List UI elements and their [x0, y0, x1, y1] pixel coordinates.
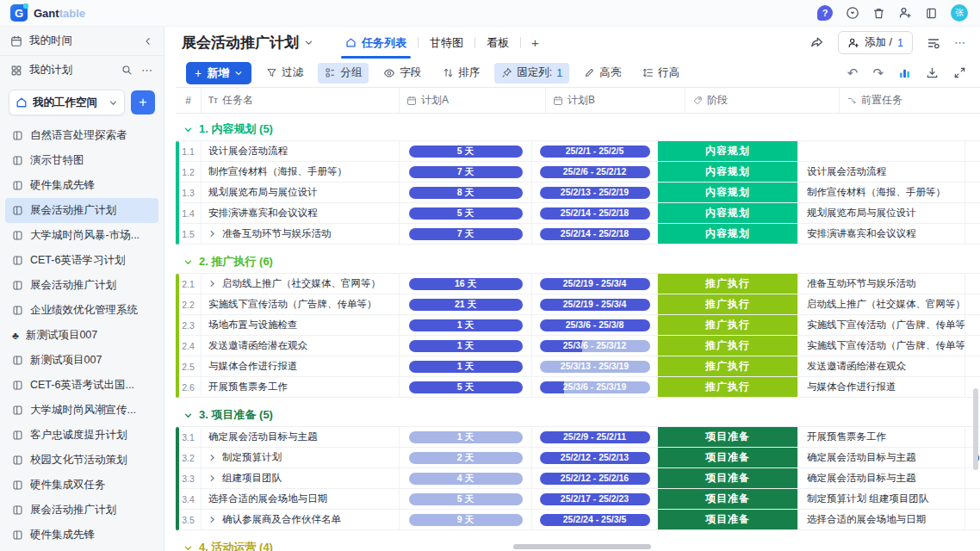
stage-cell[interactable]: 推广执行: [658, 294, 798, 314]
plan-cell[interactable]: 16 天: [400, 274, 532, 294]
duration-pill[interactable]: 25/2/14 - 25/2/18: [540, 207, 650, 220]
expand-icon[interactable]: [208, 454, 216, 461]
group-header[interactable]: 3. 项目准备 (5): [176, 404, 980, 426]
predecessor-cell[interactable]: 确定展会活动目标与主题: [798, 448, 965, 467]
plan-cell[interactable]: 5 天: [400, 141, 532, 161]
timer-cell[interactable]: [965, 183, 980, 202]
row-number-cell[interactable]: 3.2: [176, 448, 202, 467]
predecessor-cell[interactable]: 安排演讲嘉宾和会议议程: [798, 224, 965, 244]
timer-cell[interactable]: [965, 294, 980, 314]
plan-cell[interactable]: 25/2/12 - 25/2/16: [532, 468, 658, 488]
duration-pill[interactable]: 1 天: [409, 431, 523, 443]
duration-pill[interactable]: 25/2/14 - 25/2/18: [540, 228, 650, 240]
sidebar-project-item[interactable]: 硬件集成双任务: [5, 473, 158, 498]
task-name-cell[interactable]: 启动线上推广（社交媒体、官网等）: [202, 274, 400, 294]
plan-cell[interactable]: 25/2/6 - 25/2/12: [532, 162, 658, 182]
duration-pill[interactable]: 25/3/6 - 25/3/12: [540, 340, 650, 352]
page-title[interactable]: 展会活动推广计划: [182, 33, 313, 53]
task-name-cell[interactable]: 发送邀请函给潜在观众: [202, 336, 400, 356]
plan-cell[interactable]: 21 天: [400, 294, 532, 314]
plan-cell[interactable]: 25/3/13 - 25/3/19: [532, 356, 658, 376]
sidebar-project-item[interactable]: CET-6英语考试出国...: [5, 373, 158, 398]
download-icon[interactable]: [926, 66, 939, 79]
timer-cell[interactable]: [965, 356, 980, 376]
stage-cell[interactable]: 推广执行: [658, 315, 798, 335]
table-row[interactable]: 3.3组建项目团队4 天25/2/12 - 25/2/16项目准备确定展会活动目…: [176, 468, 980, 489]
row-number-cell[interactable]: 3.3: [176, 468, 202, 488]
task-name-cell[interactable]: 开展预售票务工作: [202, 377, 400, 397]
stage-cell[interactable]: 推广执行: [658, 377, 798, 397]
sidebar-item-my-plan[interactable]: 我的计划 ⋯: [0, 56, 164, 84]
tab-kanban[interactable]: 看板: [475, 27, 520, 59]
plan-cell[interactable]: 1 天: [400, 356, 532, 376]
duration-pill[interactable]: 25/2/19 - 25/3/4: [540, 299, 650, 311]
stage-cell[interactable]: 内容规划: [658, 183, 798, 202]
task-name-cell[interactable]: 制作宣传材料（海报、手册等）: [202, 162, 400, 182]
highlight-button[interactable]: 高亮: [577, 63, 628, 84]
timer-cell[interactable]: [965, 510, 980, 529]
table-row[interactable]: 3.4选择合适的展会场地与日期5 天25/2/17 - 25/2/23项目准备制…: [176, 489, 980, 510]
stage-cell[interactable]: 内容规划: [658, 141, 798, 161]
duration-pill[interactable]: 25/3/6 - 25/3/8: [540, 319, 650, 331]
tab-gantt[interactable]: 甘特图: [419, 27, 474, 59]
plan-cell[interactable]: 2 天: [400, 448, 532, 467]
undo-icon[interactable]: ↶: [847, 66, 859, 79]
duration-pill[interactable]: 25/3/13 - 25/3/19: [540, 361, 650, 373]
duration-pill[interactable]: 8 天: [409, 187, 523, 199]
plan-cell[interactable]: 7 天: [400, 224, 532, 244]
plan-cell[interactable]: 25/2/24 - 25/3/5: [532, 510, 658, 529]
stage-cell[interactable]: 推广执行: [658, 274, 798, 294]
column-header-predecessor[interactable]: 前置任务: [840, 88, 980, 113]
duration-pill[interactable]: 5 天: [409, 145, 523, 158]
plan-cell[interactable]: 4 天: [400, 468, 532, 488]
row-height-button[interactable]: 行高: [636, 63, 686, 84]
duration-pill[interactable]: 21 天: [409, 299, 523, 311]
sidebar-project-item[interactable]: 展会活动推广计划: [5, 273, 158, 298]
duration-pill[interactable]: 1 天: [409, 319, 523, 331]
timer-cell[interactable]: [965, 141, 980, 161]
predecessor-cell[interactable]: 准备互动环节与娱乐活动: [798, 274, 965, 294]
plan-cell[interactable]: 1 天: [400, 336, 532, 356]
sidebar-project-item[interactable]: 展会活动推广计划: [5, 198, 158, 223]
table-row[interactable]: 1.3规划展览布局与展位设计8 天25/2/13 - 25/2/19内容规划制作…: [176, 183, 980, 203]
plan-cell[interactable]: 5 天: [400, 203, 532, 223]
tab-task-list[interactable]: 任务列表: [334, 27, 418, 59]
row-number-cell[interactable]: 2.4: [176, 336, 202, 356]
table-row[interactable]: 3.2制定预算计划2 天25/2/12 - 25/2/13项目准备确定展会活动目…: [176, 448, 980, 468]
duration-pill[interactable]: 25/2/17 - 25/2/23: [540, 493, 650, 505]
expand-icon[interactable]: [208, 230, 216, 238]
expand-icon[interactable]: [208, 516, 216, 523]
workspace-selector[interactable]: 我的工作空间: [9, 90, 125, 115]
group-button[interactable]: 分组: [318, 63, 369, 84]
plan-cell[interactable]: 9 天: [400, 510, 532, 529]
predecessor-cell[interactable]: 开展预售票务工作: [798, 427, 965, 447]
duration-pill[interactable]: 5 天: [409, 207, 523, 220]
predecessor-cell[interactable]: 确定展会活动目标与主题: [798, 468, 965, 488]
user-avatar[interactable]: 张: [951, 4, 968, 22]
duration-pill[interactable]: 25/2/1 - 25/2/5: [540, 145, 650, 158]
collapse-sidebar-icon[interactable]: [143, 36, 153, 46]
duration-pill[interactable]: 25/2/13 - 25/2/19: [540, 187, 650, 199]
predecessor-cell[interactable]: 制作宣传材料（海报、手册等）: [798, 183, 965, 202]
sidebar-project-item[interactable]: 新测试项目007: [5, 348, 158, 373]
sort-button[interactable]: 排序: [436, 63, 487, 84]
stage-cell[interactable]: 内容规划: [658, 203, 798, 223]
sidebar-project-item[interactable]: ♣新测试项目007: [5, 323, 158, 348]
stage-cell[interactable]: 项目准备: [658, 427, 798, 447]
stage-cell[interactable]: 推广执行: [658, 336, 798, 356]
table-row[interactable]: 2.2实施线下宣传活动（广告牌、传单等）21 天25/2/19 - 25/3/4…: [176, 294, 980, 315]
duration-pill[interactable]: 2 天: [409, 452, 523, 464]
chevron-down-icon[interactable]: [183, 125, 193, 134]
share-icon[interactable]: [809, 35, 824, 50]
sidebar-project-item[interactable]: 大学城时尚风暴-市场...: [5, 223, 158, 248]
row-number-cell[interactable]: 1.4: [176, 203, 202, 223]
search-icon[interactable]: [121, 65, 133, 76]
plan-cell[interactable]: 1 天: [400, 315, 532, 335]
plan-cell[interactable]: 25/3/6 - 25/3/8: [532, 315, 658, 335]
add-member-button[interactable]: 添加 / 1: [838, 31, 913, 54]
timer-cell[interactable]: [965, 489, 980, 509]
timer-cell[interactable]: [965, 162, 980, 182]
new-task-button[interactable]: + 新增: [186, 62, 251, 84]
fullscreen-icon[interactable]: [953, 66, 966, 79]
duration-pill[interactable]: 25/2/12 - 25/2/16: [540, 473, 650, 485]
